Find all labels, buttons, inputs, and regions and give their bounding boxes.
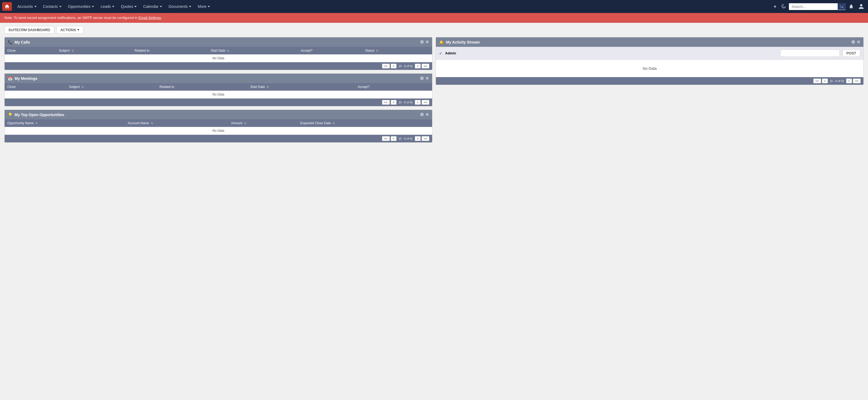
opportunities-first-page-button[interactable]: <<	[382, 136, 390, 141]
history-button[interactable]	[779, 2, 788, 11]
start-date-sort-icon[interactable]: ⇅	[227, 49, 229, 52]
my-calls-pagination: << < (0 - 0 of 0) > >>	[5, 62, 432, 70]
activity-stream-icon: 🔔	[439, 40, 444, 44]
home-button[interactable]	[2, 2, 12, 11]
activity-stream-input[interactable]	[780, 49, 840, 57]
my-top-opportunities-header: 💡 My Top Open Opportunities ⚙ ✕	[5, 110, 432, 119]
my-top-opportunities-panel: 💡 My Top Open Opportunities ⚙ ✕ Opportun…	[4, 110, 432, 143]
opp-close-date-sort-icon[interactable]: ⇅	[333, 122, 335, 125]
meetings-col-start-date: Start Date ⇅	[248, 83, 355, 91]
notification-banner: Note: To send record assignment notifica…	[0, 13, 868, 23]
opp-col-amount: Amount ⇅	[228, 119, 298, 127]
opp-col-account: Account Name ⇅	[125, 119, 229, 127]
opp-amount-sort-icon[interactable]: ⇅	[244, 122, 246, 125]
my-activity-stream-header: 🔔 My Activity Stream ⚙ ✕	[436, 37, 863, 47]
activity-stream-close-icon[interactable]: ✕	[857, 39, 860, 45]
subject-sort-icon[interactable]: ⇅	[71, 49, 74, 52]
actions-caret-icon	[77, 29, 80, 31]
search-box	[789, 3, 846, 10]
contacts-dropdown-icon	[59, 6, 62, 7]
my-opportunities-table: Opportunity Name ⇅ Account Name ⇅ Amount…	[5, 119, 432, 135]
opportunities-next-page-button[interactable]: >	[415, 136, 421, 141]
activity-stream-no-data: No Data	[436, 60, 863, 77]
more-dropdown-icon	[208, 6, 210, 7]
plus-icon: +	[773, 4, 776, 9]
my-calls-header: 📞 My Calls ⚙ ✕	[5, 37, 432, 47]
my-opportunities-no-data-row: No Data	[5, 127, 432, 135]
add-button[interactable]: +	[772, 2, 778, 11]
my-meetings-close-icon[interactable]: ✕	[425, 76, 429, 81]
opp-account-sort-icon[interactable]: ⇅	[151, 122, 153, 125]
activity-stream-settings-icon[interactable]: ⚙	[851, 39, 855, 45]
my-opportunities-pagination: << < (0 - 0 of 0) > >>	[5, 135, 432, 142]
nav-item-leads[interactable]: Leads	[97, 0, 118, 13]
nav-item-more[interactable]: More	[194, 0, 213, 13]
activity-last-page-button[interactable]: >>	[853, 78, 861, 84]
right-column: 🔔 My Activity Stream ⚙ ✕ ✔ Admin POST No…	[436, 37, 864, 143]
nav-item-contacts[interactable]: Contacts	[40, 0, 65, 13]
my-calls-settings-icon[interactable]: ⚙	[420, 39, 424, 45]
meetings-col-related-to: Related to	[157, 83, 247, 91]
my-opportunities-settings-icon[interactable]: ⚙	[420, 112, 424, 117]
opp-col-name: Opportunity Name ⇅	[5, 119, 125, 127]
opportunities-last-page-button[interactable]: >>	[422, 136, 429, 141]
nav-right-actions: +	[772, 2, 866, 11]
search-button[interactable]	[838, 3, 846, 10]
meetings-col-subject: Subject ⇅	[66, 83, 157, 91]
opportunities-icon: 💡	[8, 112, 12, 117]
meetings-prev-page-button[interactable]: <	[391, 100, 397, 105]
activity-next-page-button[interactable]: >	[846, 78, 852, 84]
nav-menu: Accounts Contacts Opportunities Leads Qu…	[14, 0, 772, 13]
calendar-icon: 📅	[8, 76, 12, 81]
author-check-icon: ✔	[439, 51, 442, 56]
nav-item-documents[interactable]: Documents	[165, 0, 194, 13]
my-calls-no-data-row: No Data	[5, 55, 432, 62]
meetings-first-page-button[interactable]: <<	[382, 100, 390, 105]
my-opportunities-close-icon[interactable]: ✕	[425, 112, 429, 117]
col-subject: Subject ⇅	[56, 47, 132, 55]
meetings-subject-sort-icon[interactable]: ⇅	[82, 86, 84, 89]
page-toolbar: SUITECRM DASHBOARD ACTIONS	[0, 23, 868, 37]
col-close: Close	[5, 47, 56, 55]
meetings-next-page-button[interactable]: >	[415, 100, 421, 105]
post-button[interactable]: POST	[842, 49, 860, 57]
activity-first-page-button[interactable]: <<	[813, 78, 821, 84]
status-sort-icon[interactable]: ⇅	[376, 49, 378, 52]
meetings-start-date-sort-icon[interactable]: ⇅	[267, 86, 269, 89]
opportunities-prev-page-button[interactable]: <	[391, 136, 397, 141]
my-calls-header-row: Close Subject ⇅ Related to Start Date ⇅ …	[5, 47, 432, 55]
opp-col-close-date: Expected Close Date ⇅	[298, 119, 432, 127]
accounts-dropdown-icon	[34, 6, 37, 7]
phone-icon: 📞	[8, 40, 12, 44]
activity-stream-pagination: << < (0 - 0 of 0) > >>	[436, 77, 863, 85]
calls-prev-page-button[interactable]: <	[391, 64, 397, 68]
my-calls-close-icon[interactable]: ✕	[425, 39, 429, 45]
my-meetings-header-row: Close Subject ⇅ Related to Start Date ⇅ …	[5, 83, 432, 91]
col-start-date: Start Date ⇅	[208, 47, 298, 55]
documents-dropdown-icon	[189, 6, 191, 7]
calls-next-page-button[interactable]: >	[415, 64, 421, 68]
actions-button[interactable]: ACTIONS	[56, 26, 84, 34]
my-meetings-table: Close Subject ⇅ Related to Start Date ⇅ …	[5, 83, 432, 99]
my-meetings-settings-icon[interactable]: ⚙	[420, 76, 424, 81]
col-accept: Accept?	[298, 47, 363, 55]
user-profile-button[interactable]	[857, 2, 866, 11]
leads-dropdown-icon	[112, 6, 114, 7]
nav-item-accounts[interactable]: Accounts	[14, 0, 40, 13]
activity-prev-page-button[interactable]: <	[822, 78, 828, 84]
nav-item-opportunities[interactable]: Opportunities	[65, 0, 97, 13]
calls-first-page-button[interactable]: <<	[382, 64, 390, 68]
meetings-last-page-button[interactable]: >>	[422, 100, 429, 105]
notifications-button[interactable]	[847, 2, 856, 11]
quotes-dropdown-icon	[134, 6, 136, 7]
opportunities-header-row: Opportunity Name ⇅ Account Name ⇅ Amount…	[5, 119, 432, 127]
nav-item-calendar[interactable]: Calendar	[140, 0, 165, 13]
meetings-col-close: Close	[5, 83, 66, 91]
nav-item-quotes[interactable]: Quotes	[118, 0, 140, 13]
my-calls-panel: 📞 My Calls ⚙ ✕ Close Subject ⇅ Related t…	[4, 37, 432, 70]
calls-last-page-button[interactable]: >>	[422, 64, 429, 68]
email-settings-link[interactable]: Email Settings	[138, 16, 161, 20]
dashboard-button[interactable]: SUITECRM DASHBOARD	[4, 26, 54, 34]
search-input[interactable]	[789, 3, 838, 10]
opp-name-sort-icon[interactable]: ⇅	[35, 122, 38, 125]
